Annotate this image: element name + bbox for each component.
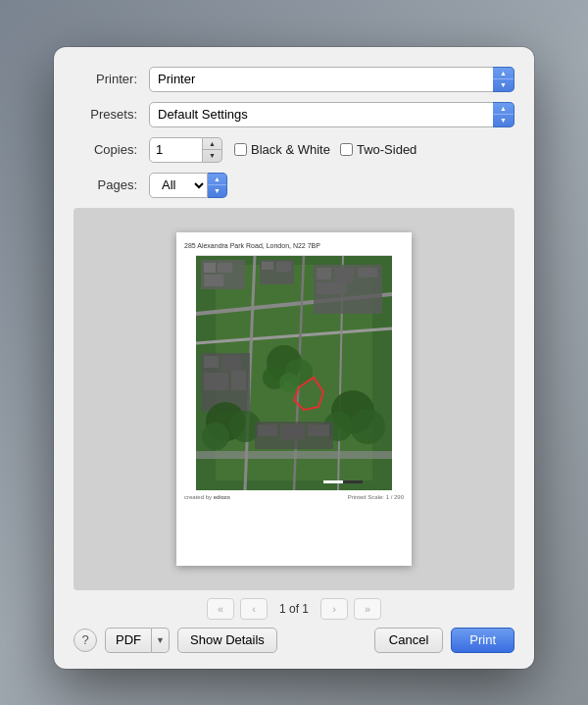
svg-rect-23 bbox=[231, 371, 246, 390]
pages-select-wrap: All ▲ ▼ bbox=[149, 173, 227, 198]
pdf-button[interactable]: PDF bbox=[105, 628, 152, 653]
pages-label: Pages: bbox=[74, 177, 137, 192]
black-white-option[interactable]: Black & White bbox=[234, 142, 330, 157]
presets-label: Presets: bbox=[74, 107, 137, 122]
svg-rect-16 bbox=[334, 268, 354, 282]
svg-rect-20 bbox=[204, 356, 219, 368]
prev-page-button[interactable]: ‹ bbox=[240, 598, 268, 620]
pagination-bar: « ‹ 1 of 1 › » bbox=[74, 598, 514, 620]
svg-rect-35 bbox=[196, 451, 392, 459]
copies-options: Black & White Two-Sided bbox=[234, 142, 416, 157]
svg-rect-39 bbox=[308, 425, 329, 436]
svg-rect-41 bbox=[323, 480, 343, 483]
pages-stepper[interactable]: ▲ ▼ bbox=[208, 173, 227, 198]
page-info: 1 of 1 bbox=[273, 602, 315, 616]
svg-rect-9 bbox=[218, 263, 232, 273]
printer-label: Printer: bbox=[74, 72, 137, 86]
svg-rect-42 bbox=[196, 255, 392, 256]
printer-select[interactable]: Printer bbox=[149, 67, 514, 92]
svg-rect-12 bbox=[262, 262, 273, 270]
printer-select-wrapper: Printer ▲ ▼ bbox=[149, 67, 514, 92]
footer-logo: created by edozo bbox=[184, 494, 230, 500]
svg-rect-38 bbox=[280, 425, 305, 439]
print-dialog: Printer: Printer ▲ ▼ Presets: Default Se… bbox=[54, 47, 534, 669]
svg-rect-13 bbox=[276, 262, 291, 272]
bottom-bar: ? PDF ▼ Show Details Cancel Print bbox=[74, 628, 514, 653]
two-sided-checkbox[interactable] bbox=[340, 143, 353, 156]
print-button[interactable]: Print bbox=[451, 628, 514, 653]
pdf-dropdown-button[interactable]: ▼ bbox=[152, 628, 170, 653]
pdf-button-group: PDF ▼ bbox=[105, 628, 170, 653]
copies-input[interactable] bbox=[149, 137, 203, 163]
svg-point-27 bbox=[279, 373, 299, 392]
svg-point-30 bbox=[202, 423, 229, 450]
preview-area: 285 Alexandra Park Road, London, N22 7BP bbox=[74, 208, 514, 590]
next-page-button[interactable]: › bbox=[320, 598, 348, 620]
copies-increment[interactable]: ▲ bbox=[203, 138, 221, 151]
footer-scale: Printed Scale: 1 / 290 bbox=[348, 494, 404, 500]
svg-point-32 bbox=[350, 409, 385, 444]
black-white-label: Black & White bbox=[251, 142, 330, 157]
svg-rect-18 bbox=[317, 282, 346, 294]
presets-select[interactable]: Default Settings bbox=[149, 102, 514, 127]
copies-stepper[interactable]: ▲ ▼ bbox=[203, 137, 222, 163]
svg-rect-17 bbox=[358, 268, 377, 277]
svg-rect-21 bbox=[221, 356, 241, 371]
presets-select-wrapper: Default Settings ▲ ▼ bbox=[149, 102, 514, 127]
two-sided-label: Two-Sided bbox=[357, 142, 416, 157]
copies-decrement[interactable]: ▼ bbox=[203, 150, 221, 162]
svg-rect-10 bbox=[204, 275, 223, 286]
last-page-button[interactable]: » bbox=[354, 598, 381, 620]
cancel-button[interactable]: Cancel bbox=[374, 628, 443, 653]
pages-row: Pages: All ▲ ▼ bbox=[74, 173, 514, 198]
show-details-button[interactable]: Show Details bbox=[177, 628, 277, 653]
copies-input-group: ▲ ▼ bbox=[149, 137, 222, 163]
first-page-button[interactable]: « bbox=[207, 598, 234, 620]
pages-select[interactable]: All bbox=[149, 173, 208, 198]
paper-footer: created by edozo Printed Scale: 1 / 290 bbox=[184, 494, 404, 500]
svg-rect-15 bbox=[317, 268, 331, 279]
svg-rect-8 bbox=[204, 263, 216, 273]
map-image bbox=[196, 255, 392, 490]
paper-address: 285 Alexandra Park Road, London, N22 7BP bbox=[184, 242, 404, 249]
presets-row: Presets: Default Settings ▲ ▼ bbox=[74, 102, 514, 127]
black-white-checkbox[interactable] bbox=[234, 143, 247, 156]
svg-rect-37 bbox=[258, 425, 277, 436]
copies-row: Copies: ▲ ▼ Black & White Two-Sided bbox=[74, 137, 514, 163]
svg-rect-22 bbox=[204, 373, 228, 390]
paper-preview: 285 Alexandra Park Road, London, N22 7BP bbox=[176, 232, 412, 566]
help-button[interactable]: ? bbox=[74, 629, 97, 652]
printer-row: Printer: Printer ▲ ▼ bbox=[74, 67, 514, 92]
pages-down[interactable]: ▼ bbox=[208, 185, 226, 197]
copies-label: Copies: bbox=[74, 142, 137, 157]
two-sided-option[interactable]: Two-Sided bbox=[340, 142, 416, 157]
pages-up[interactable]: ▲ bbox=[208, 174, 226, 186]
map-svg bbox=[196, 255, 392, 490]
